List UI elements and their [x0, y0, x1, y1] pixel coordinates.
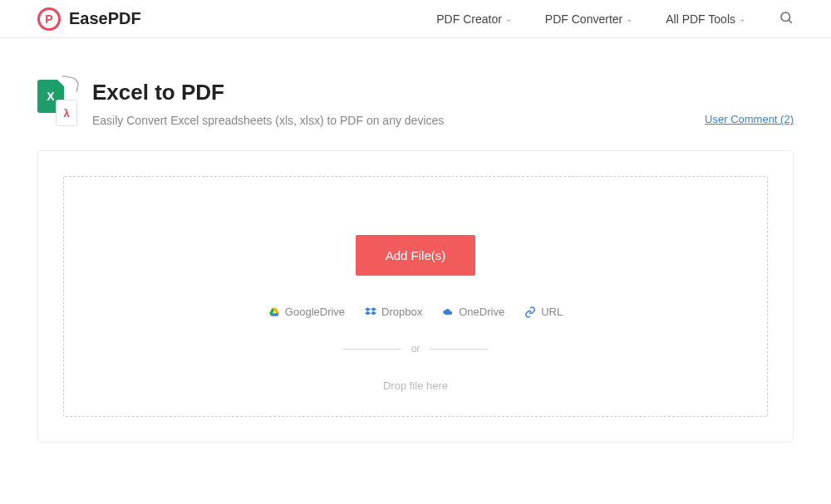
googledrive-icon — [268, 306, 280, 318]
logo-icon: P — [37, 7, 61, 31]
svg-point-0 — [781, 12, 790, 22]
title-block: Excel to PDF Easily Convert Excel spread… — [92, 80, 794, 127]
or-label: or — [411, 343, 420, 355]
page-title: Excel to PDF — [92, 80, 794, 105]
brand-name: EasePDF — [69, 9, 141, 28]
chevron-down-icon: ⌄ — [626, 14, 632, 23]
source-url[interactable]: URL — [524, 306, 563, 318]
arrow-icon — [60, 75, 81, 93]
source-row: GoogleDrive Dropbox OneDrive — [268, 306, 563, 318]
or-divider: or — [343, 343, 489, 355]
svg-marker-7 — [365, 311, 371, 315]
nav-pdf-creator[interactable]: PDF Creator ⌄ — [436, 12, 512, 26]
chevron-down-icon: ⌄ — [739, 14, 745, 23]
dropzone[interactable]: Add File(s) GoogleDrive Dropbox — [63, 176, 768, 417]
source-dropbox[interactable]: Dropbox — [365, 306, 422, 318]
source-onedrive[interactable]: OneDrive — [442, 306, 504, 318]
nav-item-label: PDF Creator — [436, 12, 502, 26]
top-nav: P EasePDF PDF Creator ⌄ PDF Converter ⌄ … — [0, 0, 831, 38]
nav-item-label: All PDF Tools — [666, 12, 735, 26]
page-body: X λ Excel to PDF Easily Convert Excel sp… — [0, 38, 831, 443]
nav-pdf-converter[interactable]: PDF Converter ⌄ — [545, 12, 632, 26]
source-label: Dropbox — [381, 306, 422, 318]
conversion-icon: X λ — [37, 80, 77, 126]
nav-item-label: PDF Converter — [545, 12, 622, 26]
divider-line — [343, 349, 401, 350]
link-icon — [524, 306, 536, 318]
onedrive-icon — [442, 306, 454, 318]
chevron-down-icon: ⌄ — [505, 14, 512, 23]
svg-line-1 — [789, 20, 792, 23]
add-file-button[interactable]: Add File(s) — [356, 235, 476, 276]
page-subtitle: Easily Convert Excel spreadsheets (xls, … — [92, 114, 794, 127]
drop-hint: Drop file here — [383, 379, 448, 392]
source-label: GoogleDrive — [285, 306, 345, 318]
upload-card: Add File(s) GoogleDrive Dropbox — [37, 150, 794, 443]
svg-marker-6 — [371, 307, 376, 311]
logo-letter: P — [45, 12, 52, 26]
source-label: OneDrive — [459, 306, 504, 318]
dropbox-icon — [365, 306, 376, 318]
nav-items: PDF Creator ⌄ PDF Converter ⌄ All PDF To… — [436, 10, 794, 28]
page-header: X λ Excel to PDF Easily Convert Excel sp… — [37, 80, 794, 127]
svg-marker-5 — [365, 307, 371, 311]
brand[interactable]: P EasePDF — [37, 7, 141, 31]
pdf-file-icon: λ — [56, 100, 77, 126]
search-icon[interactable] — [779, 10, 794, 28]
divider-line — [430, 349, 488, 350]
source-label: URL — [541, 306, 563, 318]
user-comment-link[interactable]: User Comment (2) — [705, 113, 794, 125]
svg-marker-8 — [371, 311, 376, 315]
nav-all-pdf-tools[interactable]: All PDF Tools ⌄ — [666, 12, 745, 26]
source-googledrive[interactable]: GoogleDrive — [268, 306, 345, 318]
